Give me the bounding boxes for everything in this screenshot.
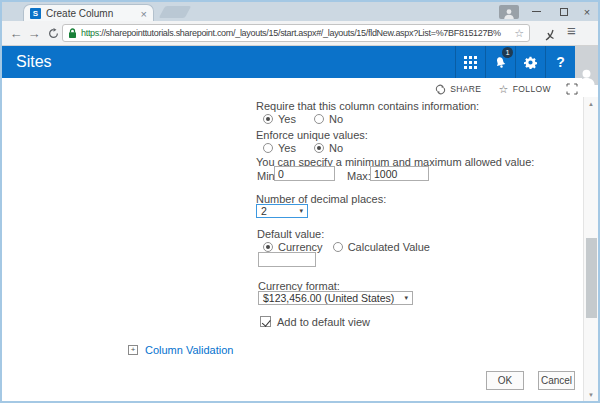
require-yes-label: Yes xyxy=(278,113,296,125)
browser-profile-button[interactable] xyxy=(499,5,519,19)
unique-no-radio[interactable] xyxy=(314,143,324,153)
share-label: SHARE xyxy=(450,84,481,94)
require-label: Require that this column contains inform… xyxy=(256,100,479,112)
browser-menu-icon[interactable]: ≡ xyxy=(567,22,576,39)
unique-label: Enforce unique values: xyxy=(256,129,368,141)
url-rest: ://sharepointtutorials.sharepoint.com/_l… xyxy=(99,28,501,38)
column-validation-link[interactable]: Column Validation xyxy=(145,344,233,356)
question-mark-icon: ? xyxy=(556,54,565,70)
sharepoint-favicon-icon: S xyxy=(30,8,41,19)
default-value-label: Default value: xyxy=(257,228,324,240)
address-bar[interactable]: https://sharepointtutorials.sharepoint.c… xyxy=(62,24,530,42)
unique-yes-radio[interactable] xyxy=(263,143,273,153)
dropdown-arrow-icon: ▾ xyxy=(404,294,408,302)
tab-close-icon[interactable]: × xyxy=(141,9,147,19)
scroll-down-icon[interactable]: ▼ xyxy=(584,388,598,401)
scrollbar-thumb[interactable] xyxy=(586,238,597,318)
default-calculated-label: Calculated Value xyxy=(348,241,430,253)
refresh-button[interactable] xyxy=(43,21,63,45)
share-icon xyxy=(435,84,446,95)
window-close-button[interactable]: × xyxy=(574,2,600,21)
add-to-default-view-checkbox[interactable] xyxy=(260,316,271,327)
tab-title: Create Column xyxy=(46,8,136,19)
waffle-grid-icon xyxy=(464,56,477,69)
new-tab-button[interactable] xyxy=(159,6,191,18)
settings-button[interactable] xyxy=(515,46,545,78)
cancel-button[interactable]: Cancel xyxy=(538,371,575,390)
follow-button[interactable]: ☆ FOLLOW xyxy=(492,84,557,94)
minimize-button[interactable] xyxy=(523,2,549,21)
back-button[interactable]: ← xyxy=(6,21,26,45)
default-value-input[interactable] xyxy=(258,252,316,267)
currency-format-value: $123,456.00 (United States) xyxy=(263,292,394,304)
unique-yes-label: Yes xyxy=(278,142,296,154)
follow-label: FOLLOW xyxy=(513,84,551,94)
column-validation-section[interactable]: + Column Validation xyxy=(128,344,233,356)
dropdown-arrow-icon: ▾ xyxy=(299,207,303,215)
https-padlock-icon xyxy=(68,28,77,39)
refresh-icon xyxy=(48,28,59,39)
decimals-value: 2 xyxy=(261,205,267,217)
forward-button[interactable]: → xyxy=(24,21,44,45)
max-input[interactable] xyxy=(370,166,429,181)
suite-bar: Sites 1 xyxy=(2,46,598,78)
require-no-radio[interactable] xyxy=(314,114,324,124)
extension-icon[interactable] xyxy=(545,27,555,45)
require-no-label: No xyxy=(329,113,343,125)
sites-title[interactable]: Sites xyxy=(16,46,52,78)
require-radio-group: Yes No xyxy=(263,113,343,125)
vertical-scrollbar[interactable]: ▲ ▼ xyxy=(583,97,598,401)
max-label: Max: xyxy=(347,170,371,182)
profile-person-icon xyxy=(503,8,515,19)
unique-no-label: No xyxy=(329,142,343,154)
browser-tab[interactable]: S Create Column × xyxy=(23,4,154,22)
follow-star-icon: ☆ xyxy=(498,85,508,94)
require-yes-radio[interactable] xyxy=(263,114,273,124)
add-to-default-view-label: Add to default view xyxy=(277,316,370,328)
focus-icon xyxy=(566,83,578,95)
default-currency-radio[interactable] xyxy=(263,242,273,252)
share-button[interactable]: SHARE xyxy=(429,84,487,95)
help-button[interactable]: ? xyxy=(545,46,575,78)
default-calculated-radio[interactable] xyxy=(333,242,343,252)
scroll-up-icon[interactable]: ▲ xyxy=(584,97,598,110)
suite-icons: 1 ? xyxy=(455,46,575,78)
focus-mode-button[interactable] xyxy=(566,83,578,95)
decimals-dropdown[interactable]: 2 ▾ xyxy=(256,204,308,218)
gear-icon xyxy=(524,56,537,69)
url-text[interactable]: https://sharepointtutorials.sharepoint.c… xyxy=(81,28,510,38)
notification-badge: 1 xyxy=(502,47,513,58)
notifications-button[interactable]: 1 xyxy=(485,46,515,78)
browser-toolbar: ← → https://sharepointtutorials.sharepoi… xyxy=(2,21,598,46)
bookmark-star-icon[interactable]: ☆ xyxy=(514,28,524,38)
min-input[interactable] xyxy=(274,166,335,181)
unique-radio-group: Yes No xyxy=(263,142,343,154)
tab-strip: S Create Column × × xyxy=(2,2,598,22)
app-launcher-button[interactable] xyxy=(455,46,485,78)
browser-window: S Create Column × × ← → http xyxy=(0,0,600,403)
ok-button[interactable]: OK xyxy=(486,371,524,390)
url-scheme: https xyxy=(81,28,99,38)
currency-format-dropdown[interactable]: $123,456.00 (United States) ▾ xyxy=(258,291,413,305)
page-command-row: SHARE ☆ FOLLOW xyxy=(2,78,582,100)
expand-plus-icon[interactable]: + xyxy=(128,345,138,355)
